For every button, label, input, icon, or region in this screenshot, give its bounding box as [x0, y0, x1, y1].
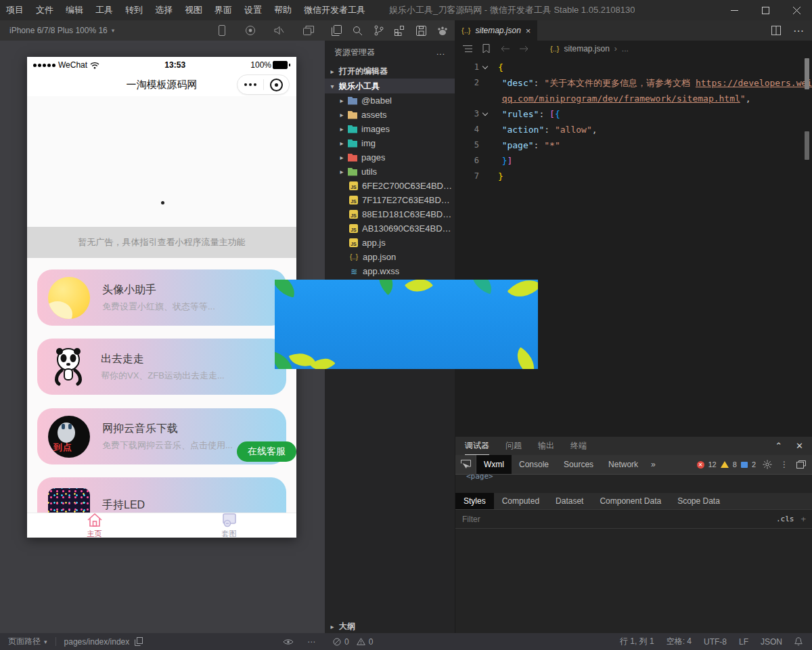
scrollbar-mark[interactable]: [805, 58, 809, 89]
back-arrow-icon[interactable]: [500, 45, 510, 52]
tab-close-icon[interactable]: ×: [526, 26, 531, 36]
settings-gear-icon[interactable]: [763, 460, 772, 469]
tree-item-utils[interactable]: ▸utils: [325, 165, 455, 179]
eye-icon[interactable]: [283, 638, 294, 645]
bell-icon[interactable]: [794, 637, 803, 646]
customer-service-button[interactable]: 在线客服: [237, 441, 296, 462]
tool-card-4[interactable]: 手持LED: [37, 477, 286, 513]
wxml-tree[interactable]: <page>: [455, 475, 812, 493]
explorer-more-icon[interactable]: ...: [436, 47, 445, 57]
outline-section[interactable]: ▸ 大纲: [325, 620, 455, 633]
menu-编辑[interactable]: 编辑: [60, 4, 89, 16]
tab-套图[interactable]: 套图: [162, 513, 296, 538]
phone-mode-icon[interactable]: [217, 25, 227, 36]
tool-card-1[interactable]: 头像小助手免费设置小红旗、状态等等...: [37, 269, 286, 326]
debugger-tab-终端[interactable]: 终端: [570, 437, 587, 455]
extensions-icon[interactable]: [394, 26, 405, 36]
fold-chevron-icon[interactable]: [479, 60, 491, 75]
tool-card-2[interactable]: 出去走走帮你的VX、ZFB运动出去走走...: [37, 339, 286, 395]
kebab-menu-icon[interactable]: ⋮: [780, 460, 788, 469]
more-dots-icon[interactable]: ⋯: [307, 637, 315, 647]
console-counters[interactable]: ✕12 8 2: [697, 460, 757, 469]
filter-input[interactable]: Filter: [462, 515, 480, 524]
menu-工具[interactable]: 工具: [89, 4, 119, 16]
styles-tab-Component-Data[interactable]: Component Data: [591, 493, 669, 509]
tree-item-assets[interactable]: ▸assets: [325, 108, 455, 122]
breadcrumb[interactable]: {..} sitemap.json › ...: [550, 44, 629, 53]
menu-选择[interactable]: 选择: [149, 4, 179, 16]
menu-微信开发者工具[interactable]: 微信开发者工具: [298, 4, 371, 16]
tree-item-app.json[interactable]: {..}app.json: [325, 250, 455, 264]
styles-tab-Computed[interactable]: Computed: [494, 493, 547, 509]
devtools-tab-Network[interactable]: Network: [601, 455, 646, 474]
styles-tab-Styles[interactable]: Styles: [455, 493, 494, 509]
tab-sitemap-json[interactable]: {..} sitemap.json ×: [455, 20, 537, 41]
debugger-tab-调试器[interactable]: 调试器: [465, 437, 489, 455]
menu-界面[interactable]: 界面: [208, 4, 238, 16]
tree-item-app.wxss[interactable]: ≋app.wxss: [325, 264, 455, 278]
forward-arrow-icon[interactable]: [520, 45, 529, 52]
indent-setting[interactable]: 空格: 4: [667, 636, 692, 647]
search-icon[interactable]: [353, 26, 363, 36]
copy-path-icon[interactable]: [135, 637, 143, 646]
split-editor-icon[interactable]: [771, 26, 781, 35]
eol-setting[interactable]: LF: [739, 637, 748, 647]
device-selector[interactable]: iPhone 6/7/8 Plus 100% 16▾: [9, 26, 114, 35]
tree-item-7F117E27C63E4BDF19...[interactable]: JS7F117E27C63E4BDF19...: [325, 193, 455, 207]
menu-视图[interactable]: 视图: [179, 4, 208, 16]
devtools-tab-Sources[interactable]: Sources: [556, 455, 601, 474]
language-mode[interactable]: JSON: [761, 637, 782, 647]
menu-设置[interactable]: 设置: [238, 4, 268, 16]
undock-icon[interactable]: [796, 460, 806, 469]
paw-icon[interactable]: [437, 26, 448, 36]
tree-item-88E1D181C63E4BDFEE...[interactable]: JS88E1D181C63E4BDFEE...: [325, 207, 455, 221]
minimize-button[interactable]: [719, 0, 750, 20]
menu-转到[interactable]: 转到: [119, 4, 149, 16]
tree-item-app.js[interactable]: JSapp.js: [325, 236, 455, 250]
tab-主页[interactable]: 主页: [27, 513, 162, 538]
styles-tab-Scope-Data[interactable]: Scope Data: [669, 493, 728, 509]
capsule-menu[interactable]: [237, 74, 290, 95]
more-tabs-icon[interactable]: »: [646, 460, 661, 469]
menu-帮助[interactable]: 帮助: [268, 4, 298, 16]
maximize-button[interactable]: [750, 0, 781, 20]
fold-chevron-icon[interactable]: [479, 106, 491, 122]
cls-toggle[interactable]: .cls: [776, 515, 794, 523]
problems-counter[interactable]: 0 0: [325, 633, 455, 650]
page-path-dropdown[interactable]: 页面路径▾: [8, 636, 47, 647]
more-actions-icon[interactable]: ⋯: [793, 24, 804, 37]
git-branch-icon[interactable]: [374, 25, 384, 36]
menu-文件[interactable]: 文件: [30, 4, 60, 16]
save-icon[interactable]: [416, 26, 426, 36]
scrollbar-mark[interactable]: [805, 131, 809, 160]
collapse-panel-icon[interactable]: ⌃: [775, 441, 782, 451]
debugger-tab-输出[interactable]: 输出: [538, 437, 554, 455]
close-panel-icon[interactable]: ✕: [796, 441, 803, 451]
code-content[interactable]: 1{2"desc": "关于本文件的更多信息，请参考文档 https://dev…: [455, 60, 803, 184]
section-project-root[interactable]: ▾ 娱乐小工具: [325, 79, 455, 93]
tree-item-6FE2C700C63E4BDF09...[interactable]: JS6FE2C700C63E4BDF09...: [325, 179, 455, 193]
outline-list-icon[interactable]: [463, 45, 472, 53]
debugger-tab-问题[interactable]: 问题: [505, 437, 522, 455]
mute-icon[interactable]: [274, 26, 285, 35]
devtools-tab-Wxml[interactable]: Wxml: [476, 455, 512, 474]
devtools-tab-Console[interactable]: Console: [512, 455, 556, 474]
tree-item-img[interactable]: ▸img: [325, 136, 455, 150]
page-path-value[interactable]: pages/index/index: [64, 637, 130, 647]
menu-项目[interactable]: 项目: [0, 4, 30, 16]
tree-item-pages[interactable]: ▸pages: [325, 150, 455, 165]
multi-window-icon[interactable]: [303, 26, 314, 35]
cursor-position[interactable]: 行 1, 列 1: [620, 636, 654, 647]
add-style-icon[interactable]: +: [800, 514, 806, 524]
close-button[interactable]: [781, 0, 812, 20]
bookmark-icon[interactable]: [482, 44, 490, 53]
styles-tab-Dataset[interactable]: Dataset: [547, 493, 591, 509]
tree-item-images[interactable]: ▸images: [325, 122, 455, 136]
section-open-editors[interactable]: ▸ 打开的编辑器: [325, 64, 455, 79]
files-icon[interactable]: [332, 25, 342, 36]
encoding-setting[interactable]: UTF-8: [704, 637, 727, 647]
inspect-element-icon[interactable]: [455, 455, 476, 474]
record-icon[interactable]: [245, 25, 256, 36]
tree-item-AB130690C63E4BDFC...[interactable]: JSAB130690C63E4BDFC...: [325, 221, 455, 236]
tree-item-@babel[interactable]: ▸@babel: [325, 93, 455, 108]
